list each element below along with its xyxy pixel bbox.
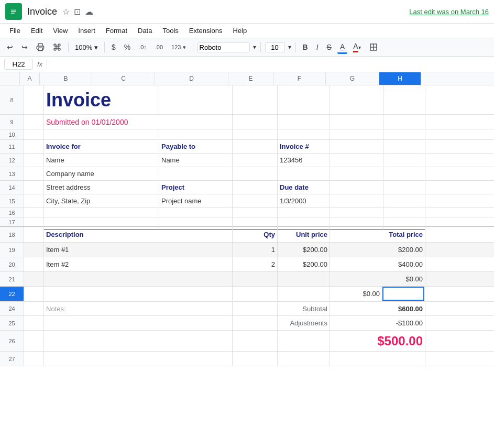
folder-icon[interactable]: ⊡: [74, 7, 81, 17]
borders-button[interactable]: [367, 41, 380, 53]
cloud-icon[interactable]: ☁: [85, 7, 93, 17]
cell-g22[interactable]: $0.00: [330, 287, 382, 301]
cell-f20[interactable]: $200.00: [278, 257, 330, 271]
cell-e14[interactable]: Due date: [278, 181, 330, 194]
cell-f18[interactable]: Unit price: [278, 227, 330, 242]
last-edit-label[interactable]: Last edit was on March 16: [409, 8, 489, 16]
cell-a15[interactable]: [24, 194, 44, 207]
cell-a21[interactable]: [24, 272, 44, 286]
cell-b22[interactable]: [44, 287, 233, 301]
undo-button[interactable]: ↩: [4, 41, 16, 53]
cell-b20[interactable]: Item #2: [44, 257, 233, 271]
cell-g21[interactable]: $0.00: [330, 272, 425, 286]
cell-b13[interactable]: Company name: [44, 167, 159, 180]
cell-c12[interactable]: Name: [159, 154, 233, 167]
cell-g14[interactable]: [383, 181, 425, 194]
cell-h22[interactable]: [382, 287, 424, 301]
cell-d12[interactable]: [233, 154, 278, 167]
cell-c14[interactable]: Project: [159, 181, 233, 194]
cell-d9[interactable]: [233, 115, 278, 129]
cell-e15[interactable]: 1/3/2000: [278, 194, 330, 207]
cell-d13[interactable]: [233, 167, 278, 180]
menu-view[interactable]: View: [49, 25, 72, 37]
cell-e21[interactable]: [233, 272, 278, 286]
cell-f13[interactable]: [330, 167, 383, 180]
cell-e27[interactable]: [233, 352, 278, 366]
cell-d15[interactable]: [233, 194, 278, 207]
cell-a24[interactable]: [24, 302, 44, 315]
cell-e19[interactable]: 1: [233, 243, 278, 257]
currency-button[interactable]: $: [109, 41, 118, 53]
menu-insert[interactable]: Insert: [74, 25, 100, 37]
redo-button[interactable]: ↪: [19, 41, 30, 53]
cell-g8[interactable]: [383, 85, 425, 114]
menu-extensions[interactable]: Extensions: [185, 25, 227, 37]
italic-button[interactable]: I: [314, 41, 321, 53]
cell-a12[interactable]: [24, 154, 44, 167]
doc-title[interactable]: Invoice: [27, 6, 57, 17]
cell-e22[interactable]: [233, 287, 278, 301]
cell-d14[interactable]: [233, 181, 278, 194]
cell-g13[interactable]: [383, 167, 425, 180]
cell-c8[interactable]: [159, 85, 233, 114]
cell-g12[interactable]: [383, 154, 425, 167]
cell-g25[interactable]: -$100.00: [330, 316, 425, 330]
cell-a18[interactable]: [24, 227, 44, 242]
cell-b24[interactable]: Notes:: [44, 302, 233, 315]
cell-e20[interactable]: 2: [233, 257, 278, 271]
print-button[interactable]: [34, 41, 47, 53]
cell-g24[interactable]: $600.00: [330, 302, 425, 315]
cell-a13[interactable]: [24, 167, 44, 180]
paint-format-button[interactable]: [50, 41, 64, 53]
cell-a27[interactable]: [24, 352, 44, 366]
format123-button[interactable]: 123 ▾: [169, 42, 188, 52]
cell-f21[interactable]: [278, 272, 330, 286]
cell-c13[interactable]: [159, 167, 233, 180]
menu-file[interactable]: File: [5, 25, 25, 37]
cell-e11[interactable]: Invoice #: [278, 140, 330, 153]
cell-g19[interactable]: $200.00: [330, 243, 425, 257]
dec-decrease-button[interactable]: .00: [152, 42, 166, 52]
formula-input[interactable]: [49, 59, 490, 69]
cell-d11[interactable]: [233, 140, 278, 153]
cell-f26[interactable]: [278, 331, 330, 351]
cell-f25[interactable]: Adjustments: [278, 316, 330, 330]
cell-b15[interactable]: City, State, Zip: [44, 194, 159, 207]
cell-g11[interactable]: [383, 140, 425, 153]
cell-e8[interactable]: [278, 85, 330, 114]
cell-g20[interactable]: $400.00: [330, 257, 425, 271]
cell-e13[interactable]: [278, 167, 330, 180]
cell-g9[interactable]: [383, 115, 425, 129]
cell-e26[interactable]: [233, 331, 278, 351]
cell-b14[interactable]: Street address: [44, 181, 159, 194]
cell-g15[interactable]: [383, 194, 425, 207]
cell-f9[interactable]: [330, 115, 383, 129]
cell-f14[interactable]: [330, 181, 383, 194]
cell-c15[interactable]: Project name: [159, 194, 233, 207]
font-selector[interactable]: [197, 42, 250, 52]
cell-b12[interactable]: Name: [44, 154, 159, 167]
cell-c11[interactable]: Payable to: [159, 140, 233, 153]
cell-g27[interactable]: [330, 352, 425, 366]
cell-b11[interactable]: Invoice for: [44, 140, 159, 153]
star-icon[interactable]: ☆: [62, 7, 70, 17]
cell-b27[interactable]: [44, 352, 233, 366]
cell-a9[interactable]: [24, 115, 44, 129]
cell-a14[interactable]: [24, 181, 44, 194]
menu-tools[interactable]: Tools: [158, 25, 182, 37]
cell-a20[interactable]: [24, 257, 44, 271]
cell-f24[interactable]: Subtotal: [278, 302, 330, 315]
cell-f15[interactable]: [330, 194, 383, 207]
menu-help[interactable]: Help: [228, 25, 251, 37]
cell-f8[interactable]: [330, 85, 383, 114]
zoom-button[interactable]: 100% ▾: [73, 42, 100, 52]
cell-b25[interactable]: [44, 316, 233, 330]
cell-e9[interactable]: [278, 115, 330, 129]
cell-b9[interactable]: Submitted on 01/01/2000: [44, 115, 233, 129]
fill-color-button[interactable]: A ▾: [350, 40, 363, 54]
cell-b26[interactable]: [44, 331, 233, 351]
cell-e18[interactable]: Qty: [233, 227, 278, 242]
cell-f19[interactable]: $200.00: [278, 243, 330, 257]
cell-d8[interactable]: [233, 85, 278, 114]
cell-b8[interactable]: Invoice: [44, 85, 159, 114]
